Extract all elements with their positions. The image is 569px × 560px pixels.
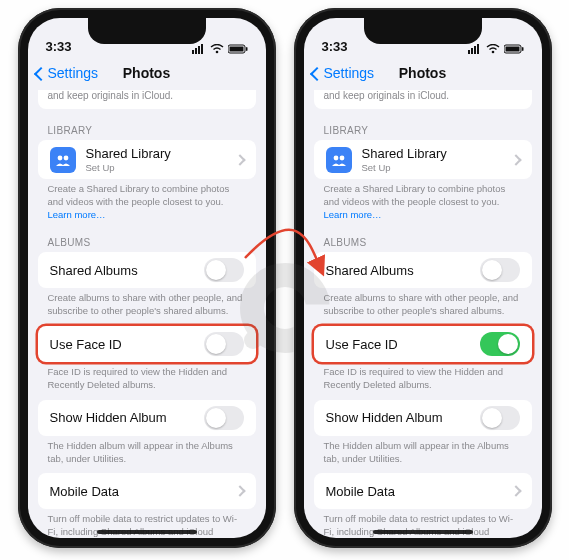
svg-point-8	[57, 155, 62, 160]
wifi-icon	[210, 44, 224, 54]
hidden-footer: The Hidden album will appear in the Albu…	[304, 436, 542, 474]
show-hidden-toggle[interactable]	[204, 406, 244, 430]
show-hidden-row[interactable]: Show Hidden Album	[38, 400, 256, 436]
svg-rect-10	[468, 50, 470, 54]
show-hidden-toggle[interactable]	[480, 406, 520, 430]
settings-content[interactable]: and keep originals in iCloud. LIBRARY Sh…	[304, 90, 542, 538]
svg-point-19	[339, 155, 344, 160]
nav-bar: Settings Photos	[28, 56, 266, 90]
shared-library-row[interactable]: Shared Library Set Up	[38, 140, 256, 179]
svg-rect-13	[477, 44, 479, 54]
screen: 3:33 Settings Photos and keep originals …	[304, 18, 542, 538]
notch	[364, 18, 482, 44]
mobile-data-row[interactable]: Mobile Data	[314, 473, 532, 509]
shared-albums-row[interactable]: Shared Albums	[314, 252, 532, 288]
section-head-library: LIBRARY	[304, 117, 542, 140]
shared-albums-toggle[interactable]	[480, 258, 520, 282]
face-id-footer: Face ID is required to view the Hidden a…	[28, 362, 266, 400]
shared-albums-row[interactable]: Shared Albums	[38, 252, 256, 288]
shared-library-subtitle: Set Up	[86, 162, 171, 173]
back-button[interactable]: Settings	[312, 65, 375, 81]
nav-bar: Settings Photos	[304, 56, 542, 90]
people-icon	[326, 147, 352, 173]
truncated-text: and keep originals in iCloud.	[314, 90, 532, 109]
back-label: Settings	[324, 65, 375, 81]
svg-point-9	[63, 155, 68, 160]
svg-rect-16	[505, 47, 519, 52]
settings-content[interactable]: and keep originals in iCloud. LIBRARY Sh…	[28, 90, 266, 538]
home-indicator[interactable]	[97, 530, 197, 534]
status-icons	[468, 44, 524, 54]
shared-albums-label: Shared Albums	[50, 263, 138, 278]
mobile-data-label: Mobile Data	[50, 484, 119, 499]
shared-library-subtitle: Set Up	[362, 162, 447, 173]
status-time: 3:33	[46, 39, 72, 54]
page-title: Photos	[399, 65, 446, 81]
shared-library-row[interactable]: Shared Library Set Up	[314, 140, 532, 179]
svg-rect-7	[246, 47, 248, 51]
shared-albums-footer: Create albums to share with other people…	[28, 288, 266, 326]
shared-library-title: Shared Library	[362, 146, 447, 161]
show-hidden-row[interactable]: Show Hidden Album	[314, 400, 532, 436]
chevron-right-icon	[510, 154, 521, 165]
home-indicator[interactable]	[373, 530, 473, 534]
signal-icon	[192, 44, 206, 54]
chevron-left-icon	[33, 66, 47, 80]
use-face-id-row[interactable]: Use Face ID	[38, 326, 256, 362]
svg-point-14	[491, 51, 494, 54]
mobile-data-row[interactable]: Mobile Data	[38, 473, 256, 509]
chevron-right-icon	[234, 154, 245, 165]
hidden-footer: The Hidden album will appear in the Albu…	[28, 436, 266, 474]
screen: 3:33 Settings Photos and keep originals …	[28, 18, 266, 538]
library-footer: Create a Shared Library to combine photo…	[28, 179, 266, 229]
wifi-icon	[486, 44, 500, 54]
use-face-id-label: Use Face ID	[326, 337, 398, 352]
library-footer: Create a Shared Library to combine photo…	[304, 179, 542, 229]
learn-more-link[interactable]: Learn more…	[48, 209, 106, 220]
back-label: Settings	[48, 65, 99, 81]
svg-rect-2	[198, 46, 200, 54]
page-title: Photos	[123, 65, 170, 81]
chevron-right-icon	[510, 486, 521, 497]
use-face-id-toggle[interactable]	[204, 332, 244, 356]
phone-right: 3:33 Settings Photos and keep originals …	[294, 8, 552, 548]
chevron-left-icon	[309, 66, 323, 80]
phone-left: 3:33 Settings Photos and keep originals …	[18, 8, 276, 548]
use-face-id-row[interactable]: Use Face ID	[314, 326, 532, 362]
truncated-text: and keep originals in iCloud.	[38, 90, 256, 109]
section-head-albums: ALBUMS	[28, 229, 266, 252]
show-hidden-label: Show Hidden Album	[50, 410, 167, 425]
section-head-library: LIBRARY	[28, 117, 266, 140]
svg-point-18	[333, 155, 338, 160]
battery-icon	[228, 44, 248, 54]
show-hidden-label: Show Hidden Album	[326, 410, 443, 425]
shared-albums-footer: Create albums to share with other people…	[304, 288, 542, 326]
chevron-right-icon	[234, 486, 245, 497]
status-icons	[192, 44, 248, 54]
status-time: 3:33	[322, 39, 348, 54]
svg-rect-11	[471, 48, 473, 54]
svg-rect-12	[474, 46, 476, 54]
mobile-data-label: Mobile Data	[326, 484, 395, 499]
svg-point-4	[215, 51, 218, 54]
use-face-id-label: Use Face ID	[50, 337, 122, 352]
svg-rect-6	[229, 47, 243, 52]
shared-library-title: Shared Library	[86, 146, 171, 161]
shared-albums-label: Shared Albums	[326, 263, 414, 278]
people-icon	[50, 147, 76, 173]
learn-more-link[interactable]: Learn more…	[324, 209, 382, 220]
svg-rect-1	[195, 48, 197, 54]
svg-rect-17	[522, 47, 524, 51]
signal-icon	[468, 44, 482, 54]
svg-rect-3	[201, 44, 203, 54]
svg-rect-0	[192, 50, 194, 54]
face-id-footer: Face ID is required to view the Hidden a…	[304, 362, 542, 400]
use-face-id-toggle[interactable]	[480, 332, 520, 356]
notch	[88, 18, 206, 44]
battery-icon	[504, 44, 524, 54]
section-head-albums: ALBUMS	[304, 229, 542, 252]
shared-albums-toggle[interactable]	[204, 258, 244, 282]
back-button[interactable]: Settings	[36, 65, 99, 81]
